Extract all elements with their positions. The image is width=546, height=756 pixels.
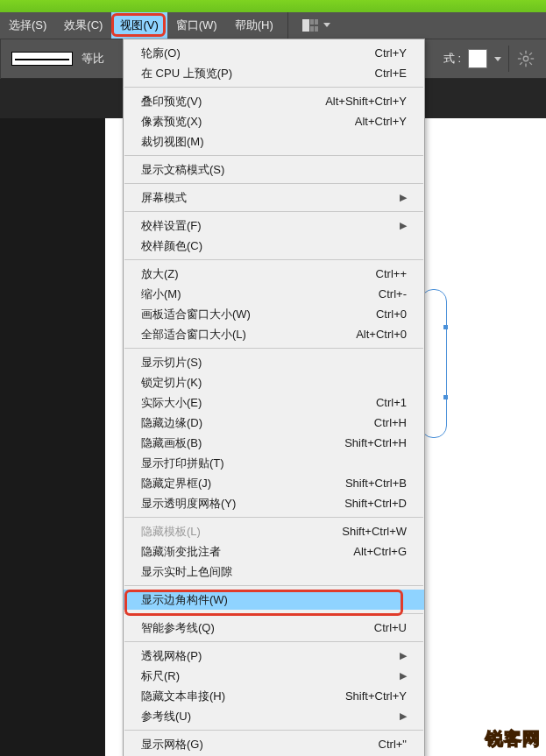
svg-point-5 [523,56,528,61]
menu-item[interactable]: 放大(Z)Ctrl++ [124,264,424,284]
anchor-point[interactable] [443,395,448,399]
menu-item-label: 标尺(R) [141,668,400,684]
svg-line-12 [520,62,522,65]
menu-item[interactable]: 显示切片(S) [124,352,424,372]
sun-icon[interactable] [516,49,535,68]
menu-item-shortcut: Ctrl+- [379,287,407,300]
menu-item-shortcut: Ctrl+1 [376,396,407,409]
menu-item-label: 在 CPU 上预览(P) [141,66,375,81]
menu-item[interactable]: 像素预览(X)Alt+Ctrl+Y [124,111,424,131]
menu-item[interactable]: 显示打印拼贴(T) [124,453,424,473]
menu-item[interactable]: 裁切视图(M) [124,131,424,152]
menu-select[interactable]: 选择(S) [0,12,55,39]
menu-item-label: 隐藏文本串接(H) [141,689,345,704]
svg-line-10 [520,53,522,55]
svg-rect-4 [315,26,318,32]
menu-item-label: 隐藏画板(B) [141,435,344,451]
menu-item-label: 隐藏渐变批注者 [141,544,353,560]
menu-effect[interactable]: 效果(C) [55,12,111,39]
svg-rect-1 [310,19,314,25]
menu-view[interactable]: 视图(V) [111,12,167,39]
menu-item-label: 缩小(M) [141,286,379,302]
menu-item[interactable]: 屏幕模式▶ [124,187,424,208]
menu-item-label: 显示切片(S) [141,355,407,371]
menu-item[interactable]: 全部适合窗口大小(L)Alt+Ctrl+0 [124,324,424,344]
menu-item[interactable]: 在 CPU 上预览(P)Ctrl+E [124,63,424,83]
menu-item[interactable]: 显示透明度网格(Y)Shift+Ctrl+D [124,493,424,513]
menu-item[interactable]: 显示文稿模式(S) [124,159,424,180]
svg-rect-2 [315,19,318,25]
menu-item-shortcut: Ctrl++ [376,267,407,280]
menu-item[interactable]: 显示实时上色间隙 [124,562,424,582]
menu-item-shortcut: Shift+Ctrl+B [345,477,407,490]
menu-item-shortcut: Alt+Ctrl+Y [355,115,407,128]
menu-item-label: 屏幕模式 [141,190,400,206]
menu-separator [124,641,423,642]
menu-separator [124,259,423,260]
menu-item-label: 锁定切片(K) [141,375,407,391]
menubar: 选择(S) 效果(C) 视图(V) 窗口(W) 帮助(H) [0,12,546,39]
menu-item[interactable]: 标尺(R)▶ [124,666,424,686]
menu-item[interactable]: 画板适合窗口大小(W)Ctrl+0 [124,304,424,324]
menu-item[interactable]: 隐藏渐变批注者Alt+Ctrl+G [124,541,424,562]
menu-item[interactable]: 智能参考线(Q)Ctrl+U [124,618,424,638]
menu-window[interactable]: 窗口(W) [167,12,226,39]
menu-item-shortcut: Alt+Shift+Ctrl+Y [325,95,407,108]
menu-item-shortcut: Ctrl+0 [376,307,407,321]
menu-separator [124,87,423,88]
svg-line-11 [529,62,532,65]
menu-item-label: 显示打印拼贴(T) [141,456,407,471]
menu-item[interactable]: 透视网格(P)▶ [124,646,424,666]
menu-item-label: 透视网格(P) [141,648,400,664]
chevron-right-icon: ▶ [400,710,407,722]
menu-help[interactable]: 帮助(H) [226,12,282,39]
menu-item[interactable]: 轮廓(O)Ctrl+Y [124,43,424,63]
window-titlebar [0,0,546,12]
menu-separator [124,211,423,212]
menu-item[interactable]: 隐藏边缘(D)Ctrl+H [124,413,424,433]
menu-item-shortcut: Shift+Ctrl+W [342,525,407,538]
menu-item[interactable]: 隐藏定界框(J)Shift+Ctrl+B [124,473,424,493]
menu-item-label: 隐藏边缘(D) [141,415,374,431]
menu-item[interactable]: 显示边角构件(W) [124,590,424,610]
chevron-right-icon: ▶ [400,670,407,682]
menu-item-shortcut: Ctrl+E [375,67,407,80]
fill-swatch[interactable] [468,49,487,68]
anchor-point[interactable] [443,325,448,329]
menubar-separator [287,12,288,39]
menu-item-label: 显示边角构件(W) [141,592,407,608]
menu-item[interactable]: 校样颜色(C) [124,236,424,256]
menu-item[interactable]: 校样设置(F)▶ [124,215,424,236]
chevron-right-icon: ▶ [400,192,407,203]
menu-item-label: 叠印预览(V) [141,94,325,110]
menu-separator [124,613,423,614]
menu-item-label: 放大(Z) [141,266,376,282]
menu-item[interactable]: 实际大小(E)Ctrl+1 [124,392,424,413]
menu-separator [124,348,423,349]
watermark: 锐客网 [486,727,541,751]
menu-item-label: 校样颜色(C) [141,238,407,254]
menu-item[interactable]: 隐藏画板(B)Shift+Ctrl+H [124,433,424,453]
menu-item: 隐藏模板(L)Shift+Ctrl+W [124,521,424,541]
chevron-right-icon: ▶ [400,220,407,231]
menu-item-label: 校样设置(F) [141,218,400,234]
menu-item-shortcut: Ctrl+H [374,416,407,429]
menu-separator [124,585,423,586]
menu-item[interactable]: 参考线(U)▶ [124,706,424,726]
layout-switcher[interactable] [294,12,339,39]
chevron-down-icon[interactable] [494,57,501,61]
menu-separator [124,730,423,731]
svg-line-13 [529,53,532,55]
toolbar-divider [0,39,1,79]
menu-item[interactable]: 缩小(M)Ctrl+- [124,284,424,304]
menu-item[interactable]: 锁定切片(K) [124,372,424,392]
menu-item[interactable]: 叠印预览(V)Alt+Shift+Ctrl+Y [124,91,424,111]
menu-item-shortcut: Ctrl+" [379,738,407,751]
stroke-preview[interactable] [11,52,73,66]
menu-item-label: 显示实时上色间隙 [141,564,407,580]
menu-item[interactable]: 隐藏文本串接(H)Shift+Ctrl+Y [124,686,424,706]
menu-item-label: 隐藏模板(L) [141,524,342,540]
menu-item[interactable]: 显示网格(G)Ctrl+" [124,734,424,754]
chevron-right-icon: ▶ [400,650,407,661]
menu-item-label: 裁切视图(M) [141,134,407,150]
